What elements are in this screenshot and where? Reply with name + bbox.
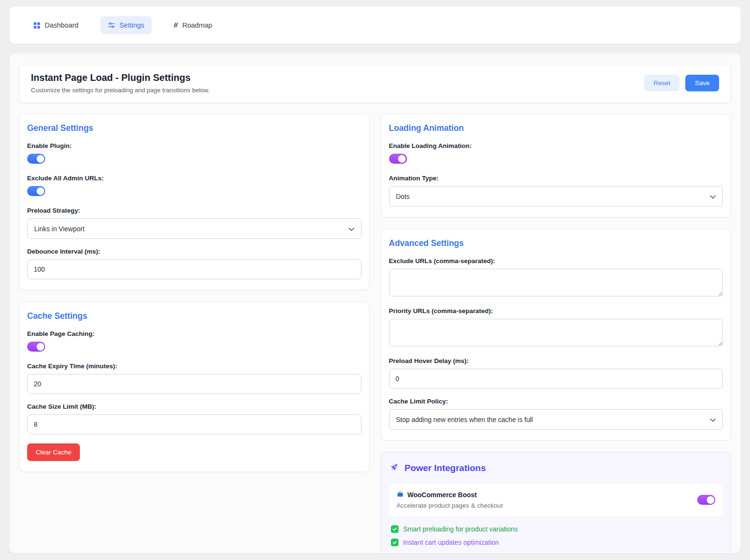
- woocommerce-boost-toggle[interactable]: [697, 495, 715, 505]
- hash-icon: [174, 21, 178, 29]
- toggle-knob: [37, 343, 44, 351]
- animation-type-label: Animation Type:: [389, 175, 723, 182]
- loading-animation-card: Loading Animation Enable Loading Animati…: [381, 114, 731, 217]
- enable-page-caching-toggle[interactable]: [27, 342, 45, 352]
- page-title: Instant Page Load - Plugin Settings: [31, 72, 210, 83]
- check-icon: [391, 525, 399, 533]
- exclude-urls-label: Exclude URLs (comma-separated):: [389, 257, 723, 265]
- shopping-bag-icon: [397, 491, 404, 499]
- advanced-settings-title: Advanced Settings: [389, 238, 723, 248]
- cache-limit-policy-label: Cache Limit Policy:: [389, 398, 723, 405]
- cache-size-limit-label: Cache Size Limit (MB):: [27, 403, 361, 410]
- general-settings-title: General Settings: [27, 123, 361, 133]
- integration-title: WooCommerce Boost: [408, 491, 477, 499]
- priority-urls-label: Priority URLs (comma-separated):: [389, 307, 723, 314]
- tab-label: Settings: [119, 21, 144, 29]
- selected-value: Dots: [396, 193, 410, 200]
- exclude-admin-urls-toggle[interactable]: [27, 186, 45, 196]
- debounce-interval-label: Debounce Interval (ms):: [27, 248, 361, 255]
- general-settings-card: General Settings Enable Plugin: Exclude …: [19, 114, 370, 290]
- check-icon: [391, 539, 399, 546]
- cache-limit-policy-select[interactable]: Stop adding new entries when the cache i…: [389, 409, 723, 430]
- feature-item: Instant cart updates optimization: [391, 539, 723, 546]
- enable-loading-animation-toggle[interactable]: [389, 154, 407, 164]
- exclude-admin-urls-label: Exclude All Admin URLs:: [27, 175, 361, 182]
- preload-hover-delay-input[interactable]: [389, 369, 723, 389]
- power-integrations-title: Power Integrations: [405, 463, 486, 473]
- tab-roadmap[interactable]: Roadmap: [166, 16, 220, 35]
- enable-plugin-label: Enable Plugin:: [27, 142, 361, 149]
- clear-cache-button[interactable]: Clear Cache: [27, 443, 80, 461]
- loading-animation-title: Loading Animation: [389, 123, 723, 133]
- toggle-knob: [398, 155, 406, 163]
- save-button[interactable]: Save: [685, 75, 719, 91]
- feature-label: Instant cart updates optimization: [403, 539, 499, 546]
- toggle-knob: [37, 155, 44, 163]
- cache-size-limit-input[interactable]: [27, 414, 361, 434]
- chevron-down-icon: [710, 193, 716, 200]
- settings-panel: Instant Page Load - Plugin Settings Cust…: [10, 53, 740, 553]
- cache-expiry-input[interactable]: [27, 374, 361, 394]
- tab-settings[interactable]: Settings: [100, 16, 152, 34]
- preload-hover-delay-label: Preload Hover Delay (ms):: [389, 357, 723, 364]
- tab-dashboard[interactable]: Dashboard: [26, 16, 86, 34]
- animation-type-select[interactable]: Dots: [389, 186, 723, 206]
- enable-page-caching-label: Enable Page Caching:: [27, 330, 361, 337]
- tab-label: Dashboard: [45, 21, 78, 29]
- chevron-down-icon: [349, 225, 354, 233]
- preload-strategy-select[interactable]: Links in Viewport: [27, 218, 361, 239]
- toggle-knob: [37, 187, 44, 195]
- page-header: Instant Page Load - Plugin Settings Cust…: [19, 64, 731, 103]
- woocommerce-boost-row: WooCommerce Boost Accelerate product pag…: [389, 484, 723, 517]
- priority-urls-textarea[interactable]: [389, 319, 723, 346]
- enable-plugin-toggle[interactable]: [27, 154, 45, 164]
- rocket-icon: [389, 462, 399, 474]
- toggle-knob: [707, 496, 714, 504]
- selected-value: Stop adding new entries when the cache i…: [396, 416, 533, 423]
- enable-loading-animation-label: Enable Loading Animation:: [389, 142, 723, 149]
- power-integrations-card: Power Integrations WooCommerce Boost: [381, 452, 731, 553]
- selected-value: Links in Viewport: [34, 225, 85, 233]
- top-navigation: Dashboard Settings Roadmap: [10, 7, 740, 44]
- exclude-urls-textarea[interactable]: [389, 269, 723, 296]
- cache-settings-card: Cache Settings Enable Page Caching: Cach…: [19, 302, 370, 472]
- reset-button[interactable]: Reset: [644, 75, 680, 91]
- page-subtitle: Customize the settings for preloading an…: [31, 87, 210, 94]
- cache-expiry-label: Cache Expiry Time (minutes):: [27, 363, 361, 370]
- preload-strategy-label: Preload Strategy:: [27, 207, 361, 214]
- cache-settings-title: Cache Settings: [27, 311, 361, 321]
- sliders-icon: [108, 22, 115, 29]
- debounce-interval-input[interactable]: [27, 259, 361, 279]
- chevron-down-icon: [710, 416, 716, 423]
- grid-icon: [33, 22, 40, 29]
- feature-label: Smart preloading for product variations: [403, 525, 518, 533]
- tab-label: Roadmap: [182, 21, 212, 29]
- integration-subtitle: Accelerate product pages & checkout: [397, 502, 503, 509]
- feature-item: Smart preloading for product variations: [391, 525, 723, 533]
- advanced-settings-card: Advanced Settings Exclude URLs (comma-se…: [381, 229, 731, 441]
